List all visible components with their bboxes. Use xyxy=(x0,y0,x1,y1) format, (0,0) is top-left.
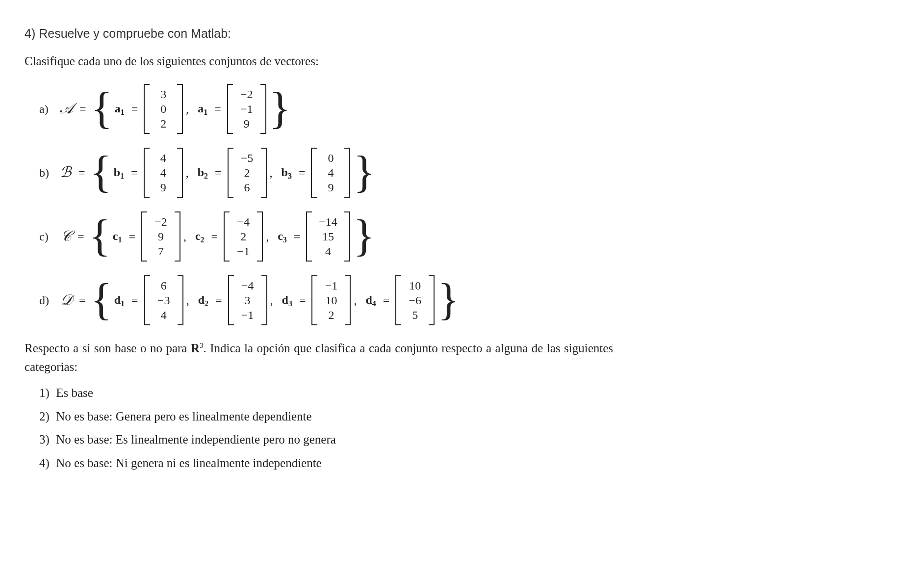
vector-entries: −2−19 xyxy=(235,84,258,134)
vector-entries: 6−34 xyxy=(152,275,176,325)
left-bracket-icon xyxy=(144,148,152,198)
vector-entry: −2 xyxy=(154,214,168,229)
equals-sign: = xyxy=(75,164,89,182)
category-item: 4) No es base: Ni genera ni es linealmen… xyxy=(39,454,899,473)
vector-entry: 2 xyxy=(236,229,250,244)
set-letter: ℬ xyxy=(59,161,75,183)
category-item: 2) No es base: Genera pero es linealment… xyxy=(39,407,899,426)
column-vector: 10−65 xyxy=(395,275,435,325)
comma: , xyxy=(353,291,359,309)
left-bracket-icon xyxy=(224,211,231,262)
set-inner: a1=302,a1=−2−19 xyxy=(114,84,268,134)
vector-entries: 449 xyxy=(152,148,175,198)
right-bracket-icon xyxy=(175,84,183,134)
vector-name: d1 xyxy=(113,291,128,310)
column-vector: 6−34 xyxy=(144,275,183,325)
set-label: a) xyxy=(39,100,59,118)
vector-entry: 0 xyxy=(324,151,337,165)
equals-sign: = xyxy=(211,291,226,309)
right-bracket-icon xyxy=(259,148,267,198)
column-vector: 449 xyxy=(144,148,183,198)
vector-entries: −43−1 xyxy=(236,275,259,325)
set-label: b) xyxy=(39,164,59,182)
vector-entry: 9 xyxy=(324,180,337,195)
vector-entry: 9 xyxy=(154,229,168,244)
category-number: 4) xyxy=(39,454,53,473)
equals-sign: = xyxy=(74,228,88,245)
left-bracket-icon xyxy=(311,275,319,325)
left-bracket-icon xyxy=(144,84,152,134)
vector-entry: 10 xyxy=(324,293,338,308)
left-bracket-icon xyxy=(228,148,235,198)
vector-entry: 7 xyxy=(154,244,168,259)
left-brace-icon: { xyxy=(90,88,114,129)
vector-entry: 9 xyxy=(240,116,254,131)
right-bracket-icon xyxy=(173,211,180,262)
equals-sign: = xyxy=(295,164,309,182)
vector-subscript: 3 xyxy=(288,299,293,308)
right-bracket-icon xyxy=(343,275,351,325)
right-brace-icon: } xyxy=(436,279,460,320)
left-brace-icon: { xyxy=(88,215,112,256)
vector-subscript: 2 xyxy=(205,299,209,308)
vector-entry: −14 xyxy=(319,214,337,229)
comma: , xyxy=(185,164,192,182)
equals-sign: = xyxy=(211,164,226,182)
category-number: 1) xyxy=(39,384,53,402)
instruction-text: Clasifique cada uno de los siguientes co… xyxy=(25,52,899,71)
vector-subscript: 3 xyxy=(283,236,288,244)
vector-subscript: 4 xyxy=(372,299,377,308)
equals-sign: = xyxy=(76,100,90,118)
vector-entry: 0 xyxy=(156,102,170,116)
set-letter: 𝒜 xyxy=(59,97,76,119)
column-vector: −42−1 xyxy=(224,211,263,262)
vector-entry: 10 xyxy=(408,278,422,293)
left-bracket-icon xyxy=(141,211,149,262)
left-bracket-icon xyxy=(144,275,152,325)
vector-entry: 2 xyxy=(324,308,338,322)
classification-paragraph: Respecto a si son base o no para R3. Ind… xyxy=(25,339,613,376)
category-text: Es base xyxy=(53,386,93,399)
vector-name: b1 xyxy=(113,163,127,183)
set-label: d) xyxy=(39,291,59,309)
vector-entry: 4 xyxy=(156,151,170,165)
vector-entry: −3 xyxy=(157,293,171,308)
vector-name: a1 xyxy=(192,100,210,119)
vector-entries: −526 xyxy=(235,148,259,198)
brace-set: {d1=6−34,d2=−43−1,d3=−1102,d4=10−65} xyxy=(90,275,461,325)
vector-subscript: 1 xyxy=(121,299,126,308)
vector-subscript: 1 xyxy=(121,108,126,116)
vector-name: d3 xyxy=(276,291,295,310)
vector-entry: −1 xyxy=(236,244,250,259)
vector-name: a1 xyxy=(114,100,128,119)
set-row: c)𝒞={c1=−297,c2=−42−1,c3=−14154} xyxy=(39,211,899,262)
vector-name: d4 xyxy=(359,291,379,310)
comma: , xyxy=(269,164,276,182)
vector-sets-list: a)𝒜={a1=302,a1=−2−19}b)ℬ={b1=449,b2=−526… xyxy=(39,84,899,325)
vector-entry: 2 xyxy=(156,116,170,131)
vector-entries: 10−65 xyxy=(403,275,427,325)
category-number: 3) xyxy=(39,430,53,449)
equals-sign: = xyxy=(128,100,142,118)
space-R: R xyxy=(191,342,200,355)
vector-subscript: 3 xyxy=(288,172,293,180)
vector-entry: 2 xyxy=(240,165,254,180)
column-vector: −1102 xyxy=(311,275,351,325)
vector-entry: 4 xyxy=(319,244,337,259)
vector-entry: 15 xyxy=(319,229,337,244)
category-number: 2) xyxy=(39,407,53,426)
category-item: 3) No es base: Es linealmente independie… xyxy=(39,430,899,449)
vector-entry: 4 xyxy=(157,308,171,322)
paragraph-pre: Respecto a si son base o no para xyxy=(25,342,191,355)
set-row: b)ℬ={b1=449,b2=−526,b3=049} xyxy=(39,148,899,198)
equals-sign: = xyxy=(207,228,222,245)
left-brace-icon: { xyxy=(89,152,113,192)
vector-entry: 3 xyxy=(241,293,255,308)
vector-name: c2 xyxy=(189,227,207,246)
column-vector: −14154 xyxy=(306,211,350,262)
vector-entry: 6 xyxy=(240,180,254,195)
equals-sign: = xyxy=(75,291,90,309)
equals-sign: = xyxy=(379,291,394,309)
set-row: a)𝒜={a1=302,a1=−2−19} xyxy=(39,84,899,134)
equals-sign: = xyxy=(290,228,305,245)
